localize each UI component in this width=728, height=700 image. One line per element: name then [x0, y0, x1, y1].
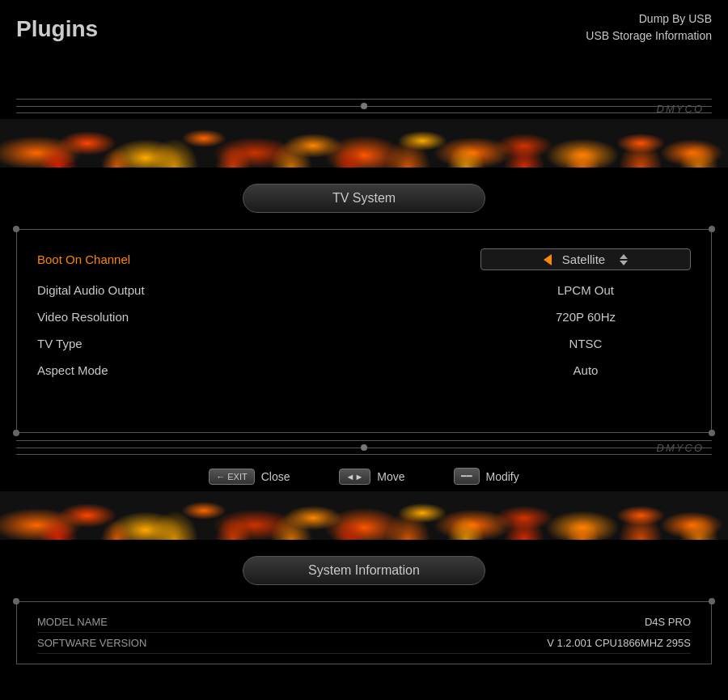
- up-down-arrows-icon: [620, 254, 628, 265]
- settings-row-tv-type[interactable]: TV Type NTSC: [37, 330, 691, 357]
- video-resolution-label: Video Resolution: [37, 310, 129, 324]
- move-icon: ◄►: [346, 472, 364, 482]
- boot-on-channel-value-box[interactable]: Satellite: [480, 248, 691, 270]
- usb-storage-info-item[interactable]: USB Storage Information: [586, 29, 712, 42]
- digital-audio-value: LPCM Out: [557, 283, 614, 297]
- settings-row-digital-audio[interactable]: Digital Audio Output LPCM Out: [37, 277, 691, 303]
- boot-on-channel-label: Boot On Channel: [37, 252, 130, 266]
- aspect-mode-value: Auto: [574, 363, 599, 377]
- watermark-top: DMYCO: [657, 103, 704, 115]
- modify-label: Modify: [486, 470, 519, 483]
- plugins-title: Plugins: [16, 8, 98, 42]
- sysinfo-panel-outer: MODEL NAME D4S PRO SOFTWARE VERSION V 1.…: [16, 601, 712, 664]
- settings-panel-outer: Boot On Channel Satellite Digital Audio …: [16, 229, 712, 433]
- tv-type-label: TV Type: [37, 337, 83, 350]
- tv-system-header: TV System: [243, 184, 485, 213]
- system-info-header: System Information: [243, 556, 485, 585]
- corner-br: [709, 430, 715, 436]
- model-name-label: MODEL NAME: [37, 616, 108, 628]
- settings-row-video-resolution[interactable]: Video Resolution 720P 60Hz: [37, 303, 691, 330]
- aspect-mode-label: Aspect Mode: [37, 363, 108, 377]
- control-close[interactable]: ← EXIT Close: [209, 469, 290, 485]
- move-button[interactable]: ◄►: [339, 469, 371, 485]
- sysinfo-row-model: MODEL NAME D4S PRO: [37, 612, 691, 633]
- corner-bl: [13, 430, 19, 436]
- modify-icon: ━━: [461, 471, 472, 482]
- sysinfo-corner-tl: [13, 598, 19, 605]
- sysinfo-corner-tr: [709, 598, 715, 605]
- dump-by-usb-item[interactable]: Dump By USB: [639, 12, 712, 25]
- settings-row-boot-on-channel[interactable]: Boot On Channel Satellite: [37, 242, 691, 277]
- software-version-value: V 1.2.001 CPU1866MHZ 295S: [547, 637, 691, 649]
- exit-icon: ←: [216, 472, 225, 482]
- fire-band-top: [0, 119, 728, 168]
- sysinfo-panel: MODEL NAME D4S PRO SOFTWARE VERSION V 1.…: [16, 601, 712, 664]
- tv-type-value-box: NTSC: [480, 337, 691, 350]
- move-label: Move: [377, 470, 404, 483]
- top-section: Plugins Dump By USB USB Storage Informat…: [0, 0, 728, 97]
- software-version-label: SOFTWARE VERSION: [37, 637, 146, 649]
- boot-on-channel-value: Satellite: [562, 252, 605, 266]
- corner-tl: [13, 226, 19, 232]
- arrow-left-icon: [544, 254, 552, 265]
- video-resolution-value: 720P 60Hz: [556, 310, 616, 324]
- control-modify[interactable]: ━━ Modify: [454, 468, 519, 485]
- top-right-menu: Dump By USB USB Storage Information: [586, 8, 712, 42]
- close-label: Close: [261, 470, 290, 483]
- settings-panel: Boot On Channel Satellite Digital Audio …: [16, 229, 712, 433]
- aspect-mode-value-box: Auto: [480, 363, 691, 377]
- settings-row-aspect-mode[interactable]: Aspect Mode Auto: [37, 357, 691, 384]
- corner-tr: [709, 226, 715, 232]
- watermark-bottom: DMYCO: [657, 442, 704, 454]
- tv-type-value: NTSC: [569, 337, 603, 350]
- sysinfo-row-software: SOFTWARE VERSION V 1.2.001 CPU1866MHZ 29…: [37, 633, 691, 654]
- digital-audio-label: Digital Audio Output: [37, 283, 145, 297]
- control-move[interactable]: ◄► Move: [339, 469, 405, 485]
- bottom-controls: ← EXIT Close ◄► Move ━━ Modify: [0, 458, 728, 491]
- digital-audio-value-box: LPCM Out: [480, 283, 691, 297]
- model-name-value: D4S PRO: [645, 616, 691, 628]
- video-resolution-value-box: 720P 60Hz: [480, 310, 691, 324]
- fire-band-bottom: [0, 491, 728, 540]
- exit-button[interactable]: ← EXIT: [209, 469, 254, 485]
- modify-button[interactable]: ━━: [454, 468, 480, 485]
